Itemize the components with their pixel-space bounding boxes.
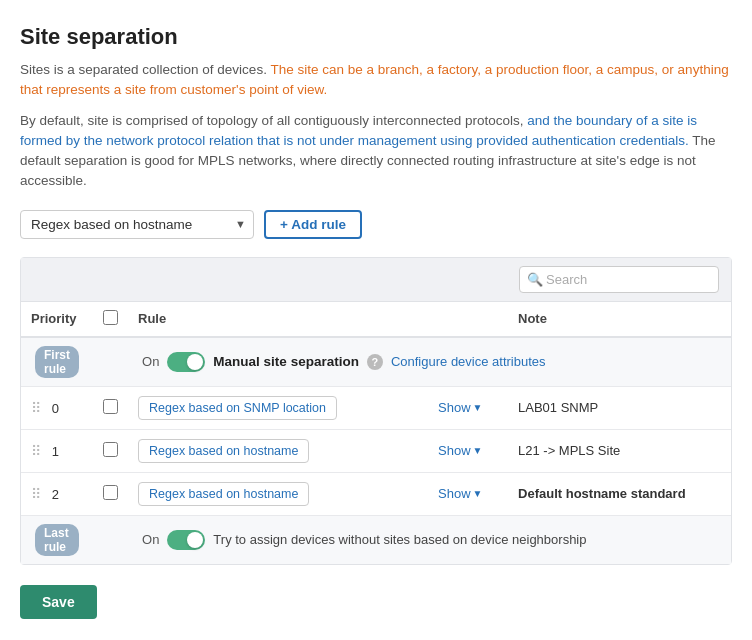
add-rule-button[interactable]: + Add rule (264, 210, 362, 239)
select-all-checkbox[interactable] (103, 310, 118, 325)
row-2-priority-cell: ⠿ 2 (21, 472, 93, 515)
col-note: Note (508, 302, 731, 337)
row-1-rule-button[interactable]: Regex based on hostname (138, 439, 309, 463)
row-2-show-link[interactable]: Show ▼ (438, 486, 482, 501)
table-row: ⠿ 1 Regex based on hostname Show ▼ L21 -… (21, 429, 731, 472)
rules-table-section: 🔍 Priority Rule Note First rule (20, 257, 732, 565)
rules-table: Priority Rule Note First rule On (21, 302, 731, 564)
first-rule-row: First rule On Manual site separation ? C… (21, 337, 731, 387)
rule-type-select-wrap: Regex based on hostname Regex based on I… (20, 210, 254, 239)
row-0-note: LAB01 SNMP (518, 400, 598, 415)
row-2-rule-button[interactable]: Regex based on hostname (138, 482, 309, 506)
col-checkbox (93, 302, 128, 337)
row-0-note-cell: LAB01 SNMP (508, 386, 731, 429)
last-rule-description: Try to assign devices without sites base… (213, 532, 586, 547)
search-input[interactable] (519, 266, 719, 293)
last-rule-badge-cell: Last rule (21, 515, 93, 564)
row-0-rule-button[interactable]: Regex based on SNMP location (138, 396, 337, 420)
row-1-checkbox-cell (93, 429, 128, 472)
last-rule-content-cell: On Try to assign devices without sites b… (128, 515, 731, 564)
last-rule-toggle[interactable] (167, 530, 205, 550)
configure-device-link[interactable]: Configure device attributes (391, 354, 546, 369)
first-rule-content-cell: On Manual site separation ? Configure de… (128, 337, 731, 387)
first-rule-on-label: On (142, 354, 159, 369)
row-0-rule-cell: Regex based on SNMP location (128, 386, 428, 429)
page-description: Sites is a separated collection of devic… (20, 60, 732, 192)
last-rule-empty-cell (93, 515, 128, 564)
row-2-rule-cell: Regex based on hostname (128, 472, 428, 515)
row-0-checkbox[interactable] (103, 399, 118, 414)
last-rule-on-label: On (142, 532, 159, 547)
desc1-normal: Sites is a separated collection of devic… (20, 62, 270, 77)
drag-handle-icon-0[interactable]: ⠿ (31, 400, 41, 416)
help-icon[interactable]: ? (367, 354, 383, 370)
show-chevron-icon-0: ▼ (473, 402, 483, 413)
row-0-priority-cell: ⠿ 0 (21, 386, 93, 429)
search-bar-row: 🔍 (21, 258, 731, 302)
row-0-show-cell: Show ▼ (428, 386, 508, 429)
first-rule-name: Manual site separation (213, 354, 359, 369)
search-icon: 🔍 (527, 272, 543, 287)
row-1-rule-cell: Regex based on hostname (128, 429, 428, 472)
drag-handle-icon-1[interactable]: ⠿ (31, 443, 41, 459)
table-header-row: Priority Rule Note (21, 302, 731, 337)
col-priority: Priority (21, 302, 93, 337)
first-rule-empty-cell (93, 337, 128, 387)
first-rule-toggle-slider (167, 352, 205, 372)
row-2-checkbox[interactable] (103, 485, 118, 500)
row-2-checkbox-cell (93, 472, 128, 515)
row-2-show-cell: Show ▼ (428, 472, 508, 515)
row-1-priority-cell: ⠿ 1 (21, 429, 93, 472)
row-1-show-cell: Show ▼ (428, 429, 508, 472)
first-rule-badge-cell: First rule (21, 337, 93, 387)
last-rule-badge: Last rule (35, 524, 79, 556)
search-input-wrap: 🔍 (519, 266, 719, 293)
row-0-priority: 0 (52, 401, 59, 416)
first-rule-toggle[interactable] (167, 352, 205, 372)
row-2-priority: 2 (52, 487, 59, 502)
row-1-checkbox[interactable] (103, 442, 118, 457)
row-1-show-link[interactable]: Show ▼ (438, 443, 482, 458)
toolbar: Regex based on hostname Regex based on I… (20, 210, 732, 253)
first-rule-toggle-row: On Manual site separation ? Configure de… (142, 352, 717, 372)
col-rule: Rule (128, 302, 428, 337)
col-show (428, 302, 508, 337)
show-chevron-icon-1: ▼ (473, 445, 483, 456)
row-1-note: L21 -> MPLS Site (518, 443, 620, 458)
table-row: ⠿ 2 Regex based on hostname Show ▼ Defau… (21, 472, 731, 515)
desc2-normal1: By default, site is comprised of topolog… (20, 113, 527, 128)
show-chevron-icon-2: ▼ (473, 488, 483, 499)
row-1-note-cell: L21 -> MPLS Site (508, 429, 731, 472)
rule-type-select[interactable]: Regex based on hostname Regex based on I… (20, 210, 254, 239)
drag-handle-icon-2[interactable]: ⠿ (31, 486, 41, 502)
row-2-note: Default hostname standard (518, 486, 686, 501)
row-1-priority: 1 (52, 444, 59, 459)
page-title: Site separation (20, 24, 732, 50)
row-0-checkbox-cell (93, 386, 128, 429)
last-rule-toggle-slider (167, 530, 205, 550)
last-rule-row: Last rule On Try to assign devices witho… (21, 515, 731, 564)
row-2-note-cell: Default hostname standard (508, 472, 731, 515)
last-rule-toggle-row: On Try to assign devices without sites b… (142, 530, 717, 550)
row-0-show-link[interactable]: Show ▼ (438, 400, 482, 415)
first-rule-badge: First rule (35, 346, 79, 378)
table-row: ⠿ 0 Regex based on SNMP location Show ▼ … (21, 386, 731, 429)
save-button[interactable]: Save (20, 585, 97, 619)
